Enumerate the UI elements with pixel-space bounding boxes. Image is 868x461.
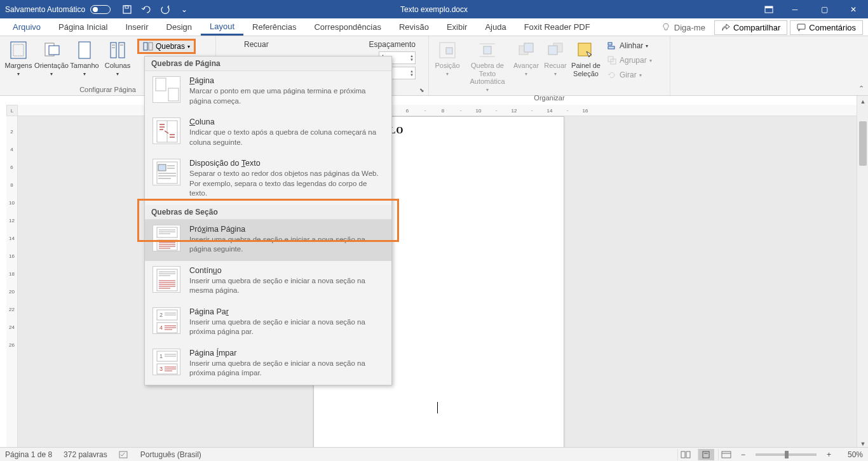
tab-correspondencias[interactable]: Correspondências: [305, 18, 390, 36]
lightbulb-icon: [661, 23, 670, 32]
ruler-mark: 10: [470, 108, 487, 114]
section-odd-page-desc: Inserir uma quebra de seção e iniciar a …: [189, 359, 385, 378]
ruler-horizontal[interactable]: 2 · 4 · 6 · 8 · 10 · 12 · 14 · 16: [18, 105, 857, 116]
position-icon: [437, 40, 458, 60]
view-print-layout[interactable]: [698, 449, 714, 460]
group-arrange: Posição▾ Quebra de Texto Automática▾ Ava…: [429, 36, 670, 95]
scroll-up-icon[interactable]: ▲: [857, 96, 868, 107]
save-icon[interactable]: [122, 4, 132, 15]
view-web-layout[interactable]: [718, 449, 735, 460]
breaks-button[interactable]: Quebras ▾: [137, 39, 196, 54]
size-button[interactable]: Tamanho▾: [69, 37, 100, 77]
group-button[interactable]: Agrupar▾: [604, 53, 654, 67]
status-language[interactable]: Português (Brasil): [140, 450, 201, 459]
section-even-page-item[interactable]: 24 Página ParInserir uma quebra de seção…: [145, 302, 391, 344]
tab-design[interactable]: Design: [158, 18, 201, 36]
comments-button[interactable]: Comentários: [790, 20, 863, 35]
ribbon-display-options-icon[interactable]: [757, 0, 780, 18]
rotate-button[interactable]: Girar▾: [604, 68, 654, 82]
tab-exibir[interactable]: Exibir: [438, 18, 477, 36]
vertical-scrollbar[interactable]: ▲ ▼: [857, 96, 868, 450]
align-button[interactable]: Alinhar▾: [604, 39, 654, 53]
qat-customize-icon[interactable]: ⌄: [179, 4, 189, 15]
break-page-item[interactable]: PáginaMarcar o ponto em que uma página t…: [145, 71, 391, 112]
tab-inserir[interactable]: Inserir: [116, 18, 157, 36]
collapse-ribbon-button[interactable]: ⌃: [858, 84, 864, 93]
minimize-button[interactable]: ─: [780, 0, 810, 18]
section-continuous-item[interactable]: ContínuoInserir uma quebra de seção e in…: [145, 261, 391, 302]
zoom-in-button[interactable]: +: [824, 450, 834, 459]
send-backward-button[interactable]: Recuar▾: [542, 37, 569, 77]
orientation-button[interactable]: Orientação▾: [36, 37, 67, 77]
ruler-vertical[interactable]: 2 4 6 8 10 12 14 16 18 20 22 24 26: [6, 116, 18, 450]
status-word-count[interactable]: 372 palavras: [64, 450, 107, 459]
margins-button[interactable]: Margens▾: [3, 37, 34, 77]
maximize-button[interactable]: ▢: [810, 0, 839, 18]
section-even-page-title: Página Par: [189, 307, 385, 316]
section-next-page-desc: Inserir uma quebra de seção e iniciar a …: [189, 235, 385, 255]
share-button[interactable]: Compartilhar: [714, 20, 787, 35]
break-column-item[interactable]: ColunaIndicar que o texto após a quebra …: [145, 112, 391, 154]
paragraph-launcher[interactable]: ⬊: [419, 87, 424, 93]
section-odd-page-title: Página Ímpar: [189, 349, 385, 357]
position-button[interactable]: Posição▾: [431, 37, 463, 77]
section-next-page-item[interactable]: Próxima PáginaInserir uma quebra de seçã…: [145, 220, 391, 261]
autosave-toggle[interactable]: [90, 5, 111, 14]
svg-text:2: 2: [159, 312, 163, 318]
spinner-icon[interactable]: ▲▼: [410, 54, 414, 62]
comments-label: Comentários: [809, 23, 856, 32]
selection-pane-button[interactable]: Painel de Seleção: [570, 37, 602, 77]
selection-pane-icon: [576, 40, 596, 60]
svg-rect-3: [765, 6, 773, 8]
undo-icon[interactable]: [141, 4, 151, 15]
break-textwrap-title: Disposição do Texto: [189, 159, 385, 168]
tab-arquivo[interactable]: Arquivo: [4, 18, 50, 36]
tab-foxit[interactable]: Foxit Reader PDF: [515, 18, 599, 36]
selection-pane-label: Painel de Seleção: [570, 62, 602, 77]
view-read-mode[interactable]: [677, 449, 694, 460]
tab-ajuda[interactable]: Ajuda: [476, 18, 515, 36]
quick-access-toolbar: ⌄: [122, 4, 189, 15]
document-canvas[interactable]: CAPA EXEMPLO: [18, 116, 857, 450]
svg-rect-50: [686, 451, 690, 458]
tab-referencias[interactable]: Referências: [243, 18, 305, 36]
status-page[interactable]: Página 1 de 8: [5, 450, 52, 459]
breaks-dropdown: Quebras de Página PáginaMarcar o ponto e…: [144, 56, 392, 385]
redo-icon[interactable]: [160, 4, 170, 15]
svg-rect-53: [722, 451, 731, 458]
zoom-out-button[interactable]: −: [738, 450, 748, 459]
group-icon: [607, 55, 617, 65]
autosave-label: Salvamento Automático: [5, 5, 85, 14]
ruler-mark: 8: [10, 176, 13, 194]
bring-forward-label: Avançar: [513, 62, 539, 70]
section-even-page-desc: Inserir uma quebra de seção e iniciar a …: [189, 317, 385, 337]
status-spellcheck-icon[interactable]: [119, 450, 129, 459]
margins-icon: [8, 40, 29, 60]
break-textwrap-item[interactable]: Disposição do TextoSeparar o texto ao re…: [145, 154, 391, 205]
zoom-slider[interactable]: [756, 453, 817, 456]
ruler-mark: 10: [9, 194, 15, 211]
size-label: Tamanho: [70, 62, 98, 70]
breaks-label: Quebras: [156, 42, 185, 51]
breaks-icon: [143, 42, 153, 51]
bring-forward-button[interactable]: Avançar▾: [512, 37, 541, 77]
tab-layout[interactable]: Layout: [201, 18, 243, 36]
tell-me-search[interactable]: Diga-me: [655, 23, 712, 32]
ruler-mark: 8: [434, 108, 452, 114]
break-textwrap-desc: Separar o texto ao redor dos objetos nas…: [189, 169, 385, 199]
break-column-icon: [153, 117, 180, 144]
tab-revisao[interactable]: Revisão: [390, 18, 438, 36]
spinner-icon[interactable]: ▲▼: [410, 69, 414, 77]
ruler-mark: 6: [10, 158, 13, 176]
columns-button[interactable]: Colunas▾: [102, 37, 133, 77]
section-odd-page-item[interactable]: 13 Página ÍmparInserir uma quebra de seç…: [145, 344, 391, 385]
zoom-level[interactable]: 50%: [837, 450, 863, 459]
svg-rect-6: [13, 44, 24, 56]
close-button[interactable]: ✕: [839, 0, 868, 18]
ruler-mark: 6: [398, 108, 416, 114]
tab-pagina-inicial[interactable]: Página Inicial: [50, 18, 116, 36]
svg-text:4: 4: [159, 324, 163, 331]
wrap-text-button[interactable]: Quebra de Texto Automática▾: [465, 37, 510, 93]
wrap-text-icon: [477, 40, 498, 60]
scrollbar-thumb[interactable]: [859, 121, 867, 166]
